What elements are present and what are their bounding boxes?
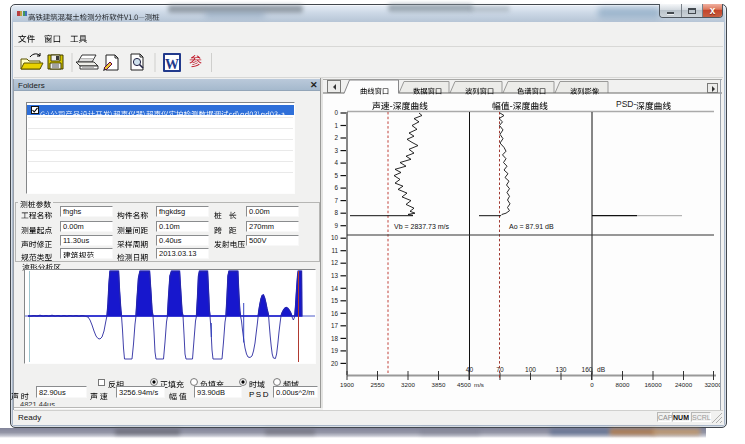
svg-text:dB: dB xyxy=(597,366,606,373)
svg-text:Ao = 87.91 dB: Ao = 87.91 dB xyxy=(509,223,554,230)
svg-text:17: 17 xyxy=(331,322,339,329)
svg-text:24000: 24000 xyxy=(675,381,693,388)
svg-text:0: 0 xyxy=(590,381,594,388)
svg-text:40: 40 xyxy=(466,366,474,373)
svg-text:12: 12 xyxy=(331,259,339,266)
svg-text:m/s: m/s xyxy=(474,381,484,388)
svg-text:1: 1 xyxy=(334,122,338,129)
svg-text:6: 6 xyxy=(334,184,338,191)
svg-text:1900: 1900 xyxy=(340,381,354,388)
svg-text:100: 100 xyxy=(525,366,536,373)
svg-text:11: 11 xyxy=(331,247,338,254)
svg-text:4: 4 xyxy=(334,159,338,166)
svg-text:32000: 32000 xyxy=(704,381,721,388)
svg-text:18: 18 xyxy=(331,335,339,342)
svg-text:70: 70 xyxy=(496,366,504,373)
svg-text:2: 2 xyxy=(334,134,338,141)
svg-text:0: 0 xyxy=(334,109,338,116)
svg-text:4500: 4500 xyxy=(457,381,471,388)
svg-text:3: 3 xyxy=(334,147,338,154)
svg-text:2550: 2550 xyxy=(371,381,385,388)
svg-text:16: 16 xyxy=(331,310,339,317)
svg-text:3200: 3200 xyxy=(401,381,415,388)
svg-text:Vb = 2837.73 m/s: Vb = 2837.73 m/s xyxy=(394,223,450,230)
svg-text:13: 13 xyxy=(331,272,339,279)
svg-text:10: 10 xyxy=(331,234,339,241)
svg-text:3850: 3850 xyxy=(432,381,446,388)
svg-text:W: W xyxy=(165,57,179,72)
svg-text:8000: 8000 xyxy=(616,381,630,388)
svg-text:7: 7 xyxy=(334,197,338,204)
svg-text:19: 19 xyxy=(331,347,339,354)
svg-text:16000: 16000 xyxy=(644,381,662,388)
svg-text:9: 9 xyxy=(334,222,338,229)
svg-text:130: 130 xyxy=(555,366,566,373)
svg-text:20: 20 xyxy=(331,360,339,367)
svg-text:8: 8 xyxy=(334,209,338,216)
svg-text:15: 15 xyxy=(331,297,339,304)
svg-text:14: 14 xyxy=(331,285,339,292)
svg-text:160: 160 xyxy=(581,366,592,373)
svg-text:5: 5 xyxy=(334,172,338,179)
